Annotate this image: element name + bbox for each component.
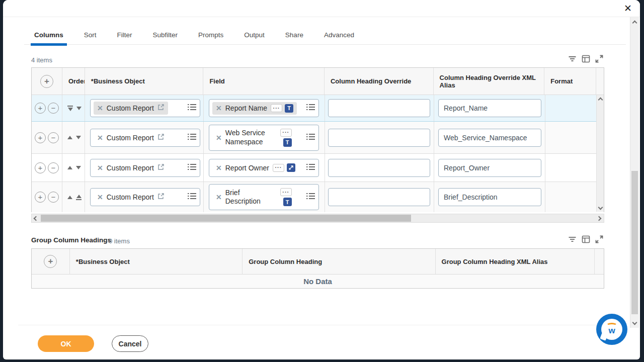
filter-icon[interactable]: [568, 235, 577, 243]
tab-filter[interactable]: Filter: [114, 26, 136, 45]
column-heading-override-input[interactable]: [328, 99, 430, 117]
tab-sort[interactable]: Sort: [80, 26, 100, 45]
row-add-button[interactable]: +: [35, 192, 46, 203]
column-settings-icon[interactable]: [582, 235, 590, 243]
format-cell: [545, 122, 597, 153]
tab-share[interactable]: Share: [282, 26, 307, 45]
scroll-up-icon[interactable]: [630, 19, 639, 26]
remove-chip-icon[interactable]: ✕: [97, 194, 103, 201]
page-vertical-scrollbar[interactable]: [630, 17, 639, 328]
add-group-row-button[interactable]: +: [44, 255, 57, 268]
prompt-list-icon[interactable]: [187, 192, 197, 202]
expand-icon[interactable]: [595, 55, 603, 63]
move-to-top-icon[interactable]: [76, 195, 82, 200]
scroll-down-icon[interactable]: [597, 204, 604, 211]
row-add-button[interactable]: +: [35, 162, 46, 173]
move-up-icon[interactable]: [67, 136, 72, 139]
format-cell: [545, 182, 597, 212]
tab-columns[interactable]: Columns: [31, 26, 67, 45]
external-link-icon[interactable]: [157, 193, 165, 202]
tab-output[interactable]: Output: [240, 26, 268, 45]
more-options-icon[interactable]: ···: [280, 188, 292, 196]
remove-chip-icon[interactable]: ✕: [97, 134, 103, 141]
column-settings-icon[interactable]: [582, 55, 590, 63]
workday-assistant-button[interactable]: w: [596, 314, 627, 345]
tab-subfilter[interactable]: Subfilter: [149, 26, 182, 45]
remove-chip-icon[interactable]: ✕: [216, 164, 222, 171]
grid-horizontal-scrollbar[interactable]: [31, 214, 604, 223]
prompt-list-icon[interactable]: [187, 103, 197, 113]
tab-advanced[interactable]: Advanced: [320, 26, 358, 45]
move-down-icon[interactable]: [76, 166, 81, 169]
move-up-icon[interactable]: [67, 166, 72, 169]
scroll-up-icon[interactable]: [597, 96, 604, 103]
more-options-icon[interactable]: ···: [273, 164, 284, 172]
field-input[interactable]: ✕ Brief Description ··· T: [209, 184, 319, 210]
row-remove-button[interactable]: −: [48, 103, 59, 114]
group-section-title: Group Column Headings: [31, 236, 111, 244]
row-remove-button[interactable]: −: [48, 192, 59, 203]
scroll-left-icon[interactable]: [32, 214, 40, 222]
table-row[interactable]: + − ✕ Custom Report ✕ Brief Description …: [32, 182, 604, 212]
external-link-icon[interactable]: [157, 104, 165, 113]
move-down-icon[interactable]: [76, 136, 81, 139]
external-link-icon[interactable]: [157, 133, 165, 142]
row-remove-button[interactable]: −: [48, 162, 59, 173]
remove-chip-icon[interactable]: ✕: [97, 105, 103, 112]
prompt-list-icon[interactable]: [306, 103, 315, 113]
add-row-button[interactable]: +: [40, 75, 53, 88]
move-down-icon[interactable]: [76, 107, 82, 110]
business-object-input[interactable]: ✕ Custom Report: [90, 99, 200, 117]
table-row[interactable]: + − ✕ Custom Report ✕ Report Owner ··· R…: [32, 154, 604, 182]
prompt-list-icon[interactable]: [187, 163, 197, 173]
field-input[interactable]: ✕ Report Name ··· T: [209, 99, 319, 117]
row-remove-button[interactable]: −: [48, 132, 59, 143]
prompt-list-icon[interactable]: [306, 192, 315, 202]
field-input[interactable]: ✕ Web Service Namespace ··· T: [209, 125, 319, 151]
table-row[interactable]: + − ✕ Custom Report ✕ Report Name ··· T …: [32, 95, 604, 122]
remove-chip-icon[interactable]: ✕: [216, 105, 222, 112]
prompt-list-icon[interactable]: [187, 133, 197, 143]
xml-alias-input[interactable]: Report_Name: [438, 99, 541, 117]
ok-button[interactable]: OK: [38, 335, 94, 352]
horizontal-scroll-thumb[interactable]: [41, 215, 411, 222]
vertical-scroll-thumb[interactable]: [631, 171, 638, 314]
column-heading-override-input[interactable]: [328, 159, 430, 177]
row-add-button[interactable]: +: [35, 132, 46, 143]
move-to-bottom-icon[interactable]: [67, 106, 73, 111]
xml-alias-input[interactable]: Web_Service_Namespace: [438, 129, 541, 147]
move-up-icon[interactable]: [67, 196, 72, 199]
xml-alias-input[interactable]: Brief_Description: [438, 188, 541, 206]
group-grid: + *Business Object Group Column Heading …: [31, 248, 604, 289]
table-row[interactable]: + − ✕ Custom Report ✕ Web Service Namesp…: [32, 122, 604, 154]
scroll-down-icon[interactable]: [630, 319, 639, 326]
field-input[interactable]: ✕ Report Owner ···: [209, 159, 319, 177]
tab-prompts[interactable]: Prompts: [195, 26, 227, 45]
remove-chip-icon[interactable]: ✕: [216, 194, 222, 201]
business-object-input[interactable]: ✕ Custom Report: [90, 159, 200, 177]
remove-chip-icon[interactable]: ✕: [97, 164, 103, 171]
grid-vertical-scrollbar[interactable]: [596, 95, 604, 212]
group-grid-header-row: + *Business Object Group Column Heading …: [32, 249, 604, 275]
no-data-message: No Data: [32, 275, 604, 288]
prompt-list-icon[interactable]: [306, 163, 315, 173]
business-object-input[interactable]: ✕ Custom Report: [90, 129, 200, 147]
close-icon[interactable]: ✕: [622, 3, 634, 15]
xml-alias-input[interactable]: Report_Owner: [438, 159, 541, 177]
business-object-input[interactable]: ✕ Custom Report: [90, 188, 200, 206]
filter-icon[interactable]: [568, 55, 577, 63]
remove-chip-icon[interactable]: ✕: [216, 134, 222, 141]
cancel-button[interactable]: Cancel: [112, 335, 148, 352]
column-heading-override-input[interactable]: [328, 129, 430, 147]
scroll-right-icon[interactable]: [595, 214, 603, 222]
column-heading-override-input[interactable]: [328, 188, 430, 206]
prompt-list-icon[interactable]: [306, 133, 315, 143]
expand-icon[interactable]: [595, 235, 603, 243]
external-link-icon[interactable]: [157, 163, 165, 172]
field-chip: Report Name: [225, 104, 267, 112]
more-options-icon[interactable]: ···: [280, 129, 292, 137]
more-options-icon[interactable]: ···: [271, 104, 282, 112]
col-header-xml-alias: Column Heading Override XML Alias: [434, 68, 545, 95]
row-add-button[interactable]: +: [35, 103, 46, 114]
col-header-override: Column Heading Override: [325, 68, 434, 95]
